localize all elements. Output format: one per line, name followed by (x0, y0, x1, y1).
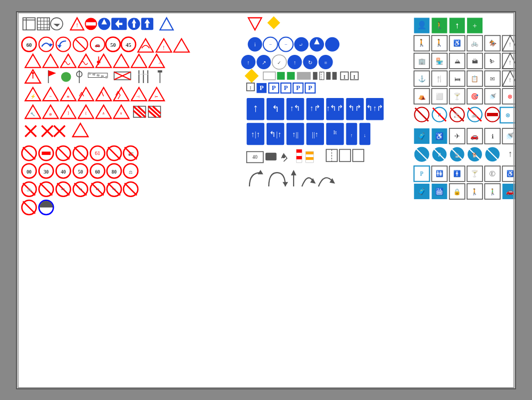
svg-text:♿: ♿ (506, 170, 514, 177)
svg-text:↑: ↑ (293, 59, 296, 65)
svg-text:📋: 📋 (471, 75, 479, 82)
svg-text:P: P (308, 84, 312, 92)
svg-text:🚲: 🚲 (27, 186, 32, 192)
svg-marker-59 (48, 70, 56, 76)
svg-marker-51 (131, 54, 147, 67)
svg-text:↑: ↑ (455, 22, 459, 29)
svg-text:50: 50 (78, 169, 83, 175)
svg-rect-191 (263, 72, 276, 80)
svg-text:🚹: 🚹 (453, 170, 461, 177)
svg-text:🚲: 🚲 (471, 39, 479, 47)
svg-text:🚬: 🚬 (454, 112, 460, 118)
svg-text:⚠: ⚠ (159, 60, 162, 64)
svg-text:🚿: 🚿 (489, 92, 497, 100)
svg-rect-117 (41, 151, 51, 154)
svg-text:🚶: 🚶 (435, 38, 444, 47)
svg-text:🚶‍♂️: 🚶‍♂️ (489, 187, 497, 195)
svg-marker-50 (113, 54, 129, 67)
svg-text:🐕: 🐕 (472, 152, 478, 158)
svg-text:🔧: 🔧 (30, 112, 36, 117)
svg-text:Ⓔ: Ⓔ (489, 170, 495, 177)
svg-text:🚲: 🚲 (471, 112, 478, 118)
svg-text:🚿: 🚿 (505, 131, 514, 140)
svg-text:⊢: ⊢ (155, 94, 158, 99)
svg-text:00: 00 (27, 169, 32, 175)
svg-text:↑|↑: ↑|↑ (251, 129, 260, 138)
svg-text:👤: 👤 (417, 20, 427, 30)
svg-text:🛏: 🛏 (454, 75, 460, 81)
svg-text:↑↰↱: ↑↰↱ (326, 103, 344, 112)
svg-text:🚗: 🚗 (95, 42, 101, 48)
svg-marker-47 (61, 54, 76, 67)
svg-text:🚬: 🚬 (454, 152, 460, 158)
svg-text:≋: ≋ (66, 94, 70, 99)
svg-text:P: P (420, 170, 423, 177)
svg-point-177 (325, 37, 339, 51)
svg-text:🍸: 🍸 (453, 92, 461, 100)
svg-text:40: 40 (253, 154, 258, 160)
svg-marker-45 (25, 54, 40, 67)
svg-marker-44 (174, 38, 189, 52)
svg-rect-193 (287, 72, 295, 80)
svg-text:−: − (269, 42, 272, 47)
svg-rect-166 (267, 15, 280, 29)
svg-rect-247 (353, 149, 364, 161)
svg-text:40: 40 (61, 169, 66, 175)
svg-marker-165 (248, 18, 262, 30)
svg-text:!: ! (76, 22, 78, 28)
svg-text:♿: ♿ (453, 39, 461, 47)
svg-text:⟨: ⟨ (85, 111, 87, 116)
svg-text:✉: ✉ (490, 75, 495, 81)
svg-text:!: ! (509, 42, 511, 47)
svg-rect-246 (339, 149, 351, 161)
svg-text:↩: ↩ (61, 187, 65, 192)
svg-text:⤾: ⤾ (299, 42, 303, 47)
svg-text:50: 50 (110, 42, 115, 48)
svg-text:⚡: ⚡ (30, 93, 36, 99)
svg-text:∧: ∧ (102, 111, 105, 116)
svg-text:30: 30 (44, 169, 49, 175)
svg-text:↑: ↑ (253, 102, 258, 113)
svg-text:↰: ↰ (272, 103, 279, 113)
svg-text:↑: ↑ (351, 132, 353, 137)
svg-text:🏪: 🏪 (436, 57, 444, 64)
svg-text:||↑: ||↑ (312, 130, 318, 138)
svg-text:⊣: ⊣ (136, 94, 139, 99)
svg-rect-73 (158, 70, 162, 72)
svg-text:↑↰: ↑↰ (290, 103, 301, 112)
svg-text:60: 60 (95, 169, 101, 175)
svg-text:!: ! (509, 60, 511, 65)
svg-text:✓: ✓ (277, 60, 281, 65)
svg-text:↪: ↪ (79, 187, 82, 192)
svg-text:🎯: 🎯 (471, 92, 479, 100)
svg-text:+: + (472, 21, 477, 30)
svg-text:~: ~ (49, 94, 52, 99)
svg-text:⊗: ⊗ (508, 93, 512, 99)
svg-rect-22 (133, 23, 135, 27)
svg-rect-254 (296, 156, 302, 159)
svg-text:−: − (285, 42, 287, 47)
svg-rect-199 (332, 72, 337, 80)
svg-text:60: 60 (26, 42, 31, 48)
main-page: ! 60 � (16, 11, 516, 389)
svg-text:80: 80 (112, 169, 117, 175)
svg-text:↓: ↓ (364, 132, 367, 137)
svg-text:I: I (343, 74, 345, 79)
svg-marker-260 (291, 169, 296, 175)
svg-rect-190 (245, 69, 259, 83)
svg-rect-256 (306, 151, 314, 154)
svg-text:i: i (254, 42, 256, 47)
svg-text:↻: ↻ (308, 59, 312, 65)
svg-text:✈: ✈ (454, 132, 460, 140)
svg-text:↑: ↑ (508, 148, 512, 158)
svg-text:⚖: ⚖ (129, 170, 132, 175)
svg-text:P: P (272, 84, 276, 92)
svg-rect-25 (146, 23, 148, 27)
svg-text:🚗: 🚗 (470, 132, 479, 140)
svg-text:↑↱: ↑↱ (310, 103, 320, 112)
svg-text:🏢: 🏢 (418, 57, 426, 64)
svg-marker-259 (282, 182, 288, 186)
svg-text:🧳: 🧳 (418, 187, 426, 195)
svg-rect-253 (296, 149, 302, 152)
svg-text:⛷: ⛷ (489, 58, 495, 64)
